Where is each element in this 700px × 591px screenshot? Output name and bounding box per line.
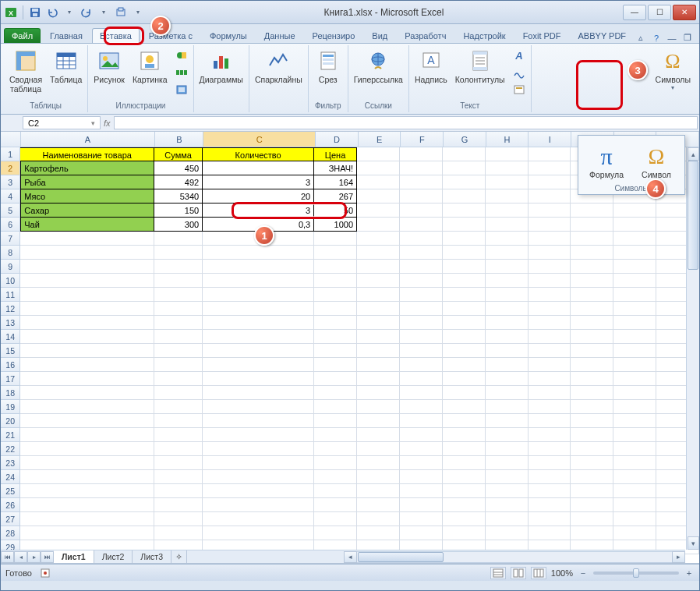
cell-H22[interactable] — [486, 442, 529, 456]
cell-E12[interactable] — [357, 302, 400, 316]
equation-button[interactable]: π Формула — [582, 139, 631, 182]
cell-J9[interactable] — [571, 260, 613, 274]
cell-C21[interactable] — [203, 428, 314, 442]
cell-G7[interactable] — [443, 232, 486, 246]
cell-F18[interactable] — [400, 386, 443, 400]
tab-developer[interactable]: Разработч — [397, 28, 454, 43]
cell-G14[interactable] — [443, 330, 486, 344]
cell-K16[interactable] — [613, 358, 656, 372]
row-header-19[interactable]: 19 — [1, 400, 20, 414]
smartart-icon[interactable] — [174, 65, 189, 80]
cell-G24[interactable] — [443, 470, 486, 484]
cell-I20[interactable] — [529, 414, 571, 428]
cell-C2[interactable] — [203, 161, 314, 175]
cell-H18[interactable] — [486, 386, 529, 400]
cell-I19[interactable] — [529, 400, 571, 414]
cell-H8[interactable] — [486, 246, 529, 260]
cell-J11[interactable] — [571, 288, 613, 302]
cell-F16[interactable] — [400, 358, 443, 372]
cell-H16[interactable] — [486, 358, 529, 372]
cell-B18[interactable] — [154, 386, 203, 400]
cell-D24[interactable] — [314, 470, 357, 484]
cell-A10[interactable] — [20, 274, 154, 288]
cell-A28[interactable] — [20, 526, 154, 540]
minimize-button[interactable]: — — [623, 5, 646, 20]
cell-E9[interactable] — [357, 260, 400, 274]
cell-D13[interactable] — [314, 316, 357, 330]
cell-F7[interactable] — [400, 232, 443, 246]
formula-input[interactable] — [114, 116, 698, 129]
cell-B10[interactable] — [154, 274, 203, 288]
cell-I4[interactable] — [529, 189, 571, 203]
cell-A7[interactable] — [20, 232, 154, 246]
tab-foxit[interactable]: Foxit PDF — [515, 28, 569, 43]
cell-H6[interactable] — [486, 218, 529, 232]
cell-D25[interactable] — [314, 484, 357, 498]
row-header-3[interactable]: 3 — [1, 175, 20, 189]
scroll-down-icon[interactable]: ▾ — [688, 536, 699, 550]
zoom-value[interactable]: 100% — [551, 568, 573, 578]
cell-F22[interactable] — [400, 442, 443, 456]
cell-D3[interactable]: 164 — [314, 175, 357, 189]
cell-E26[interactable] — [357, 498, 400, 512]
cell-F25[interactable] — [400, 484, 443, 498]
row-header-6[interactable]: 6 — [1, 218, 20, 232]
cell-A1[interactable]: Наименование товара — [20, 147, 154, 161]
cell-I17[interactable] — [529, 372, 571, 386]
cell-F10[interactable] — [400, 274, 443, 288]
name-box-dropdown-icon[interactable]: ▾ — [91, 119, 95, 127]
cell-I2[interactable] — [529, 161, 571, 175]
cell-J8[interactable] — [571, 246, 613, 260]
vertical-scrollbar[interactable]: ▴ ▾ — [686, 147, 699, 550]
cell-C11[interactable] — [203, 288, 314, 302]
cell-K7[interactable] — [613, 232, 656, 246]
maximize-button[interactable]: ☐ — [648, 5, 671, 20]
cell-B6[interactable]: 300 — [154, 218, 203, 232]
cell-I5[interactable] — [529, 203, 571, 218]
normal-view-icon[interactable] — [490, 567, 506, 579]
cell-F8[interactable] — [400, 246, 443, 260]
cell-F2[interactable] — [400, 161, 443, 175]
tab-formulas[interactable]: Формулы — [202, 28, 255, 43]
col-header-B[interactable]: B — [155, 132, 203, 147]
col-header-F[interactable]: F — [401, 132, 444, 147]
cell-H24[interactable] — [486, 470, 529, 484]
cell-J15[interactable] — [571, 344, 613, 358]
cell-C24[interactable] — [203, 470, 314, 484]
cell-G22[interactable] — [443, 442, 486, 456]
row-header-2[interactable]: 2 — [1, 161, 20, 175]
cell-H1[interactable] — [486, 147, 529, 161]
cell-E5[interactable] — [357, 203, 400, 218]
pagebreak-view-icon[interactable] — [531, 567, 546, 579]
row-header-11[interactable]: 11 — [1, 288, 20, 302]
row-header-23[interactable]: 23 — [1, 456, 20, 470]
cell-F3[interactable] — [400, 175, 443, 189]
cell-I15[interactable] — [529, 344, 571, 358]
cell-F23[interactable] — [400, 456, 443, 470]
sheet-tab-1[interactable]: Лист1 — [54, 550, 94, 564]
tab-addins[interactable]: Надстройк — [455, 28, 513, 43]
cell-F6[interactable] — [400, 218, 443, 232]
cell-D8[interactable] — [314, 246, 357, 260]
undo-dropdown-icon[interactable]: ▾ — [62, 5, 76, 19]
cell-I25[interactable] — [529, 484, 571, 498]
cell-C18[interactable] — [203, 386, 314, 400]
cell-G10[interactable] — [443, 274, 486, 288]
cell-F13[interactable] — [400, 316, 443, 330]
cell-H19[interactable] — [486, 400, 529, 414]
row-header-22[interactable]: 22 — [1, 442, 20, 456]
cell-K27[interactable] — [613, 512, 656, 526]
cell-G12[interactable] — [443, 302, 486, 316]
cell-F11[interactable] — [400, 288, 443, 302]
picture-button[interactable]: Рисунок — [91, 47, 127, 86]
cell-C5[interactable]: 3 — [203, 203, 314, 218]
cell-J21[interactable] — [571, 428, 613, 442]
cell-J22[interactable] — [571, 442, 613, 456]
cell-A17[interactable] — [20, 372, 154, 386]
cell-G5[interactable] — [443, 203, 486, 218]
cell-G4[interactable] — [443, 189, 486, 203]
slicer-button[interactable]: Срез — [312, 47, 345, 86]
cell-H26[interactable] — [486, 498, 529, 512]
row-header-16[interactable]: 16 — [1, 358, 20, 372]
cell-G9[interactable] — [443, 260, 486, 274]
